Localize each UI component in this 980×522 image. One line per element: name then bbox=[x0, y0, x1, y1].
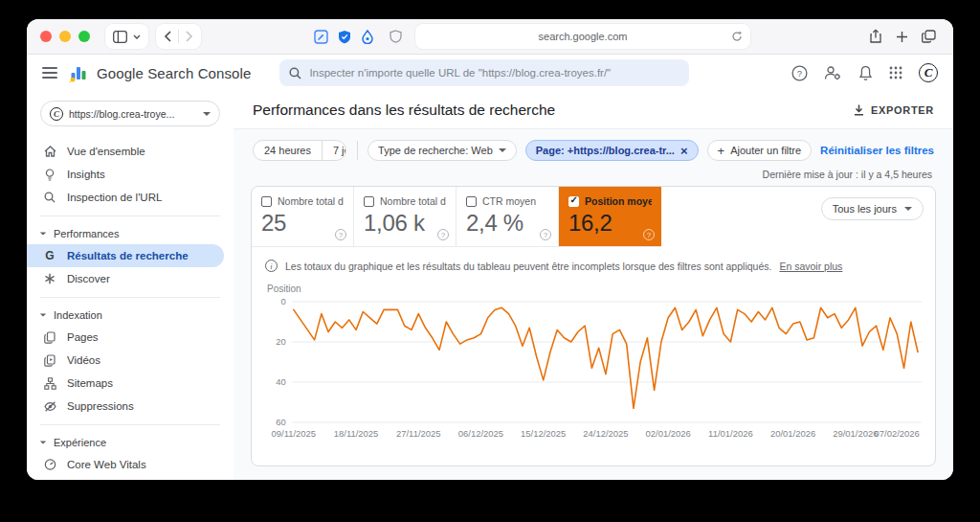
sidebar-item-url-inspection[interactable]: Inspection de l'URL bbox=[27, 186, 224, 209]
extension-1-icon[interactable] bbox=[314, 30, 328, 44]
granularity-dropdown[interactable]: Tous les jours bbox=[821, 197, 924, 220]
sidebar-item-search-results[interactable]: G Résultats de recherche bbox=[27, 244, 224, 267]
help-icon[interactable]: ? bbox=[791, 65, 808, 81]
sitemap-icon bbox=[43, 377, 56, 390]
url-inspection-search[interactable] bbox=[279, 59, 689, 86]
sidebar: C https://blog.crea-troye... Vue d'ensem… bbox=[27, 91, 234, 480]
page-filter-chip[interactable]: Page: +https://blog.crea-tr...× bbox=[525, 140, 699, 161]
metric-total-clicks[interactable]: Nombre total de … 25 ? bbox=[252, 187, 354, 246]
menu-icon[interactable] bbox=[42, 67, 57, 79]
chevron-down-icon bbox=[40, 441, 46, 443]
help-icon[interactable]: ? bbox=[540, 229, 551, 240]
close-window-button[interactable] bbox=[40, 31, 52, 42]
address-bar[interactable]: search.google.com bbox=[415, 24, 750, 49]
sidebar-item-discover[interactable]: Discover bbox=[27, 267, 224, 290]
reload-icon[interactable] bbox=[731, 31, 743, 42]
history-nav bbox=[156, 24, 201, 49]
sidebar-item-pages[interactable]: Pages bbox=[27, 326, 224, 349]
checkbox-unchecked[interactable] bbox=[364, 196, 374, 207]
sidebar-section-indexation[interactable]: Indexation bbox=[27, 305, 234, 326]
eye-off-icon bbox=[43, 401, 56, 412]
metric-label: CTR moyen bbox=[482, 195, 536, 207]
position-chart: Position 020406009/11/202518/11/202527/1… bbox=[252, 272, 935, 445]
help-icon[interactable]: ? bbox=[437, 229, 449, 240]
account-avatar[interactable]: C bbox=[919, 63, 938, 82]
add-filter-chip[interactable]: +Ajouter un filtre bbox=[707, 140, 813, 161]
range-7d[interactable]: 7 jours bbox=[322, 141, 346, 160]
sidebar-item-label: Vidéos bbox=[67, 354, 100, 366]
sidebar-item-label: Suppressions bbox=[67, 400, 134, 412]
chevron-down-icon bbox=[904, 207, 912, 211]
sidebar-item-removals[interactable]: Suppressions bbox=[27, 395, 224, 418]
learn-more-link[interactable]: En savoir plus bbox=[779, 261, 842, 272]
extension-2-icon[interactable] bbox=[338, 30, 351, 44]
notifications-bell-icon[interactable] bbox=[858, 65, 873, 81]
address-bar-url: search.google.com bbox=[539, 31, 628, 42]
home-icon bbox=[43, 146, 56, 157]
sidebar-item-label: Inspection de l'URL bbox=[67, 192, 162, 203]
chevron-down-icon bbox=[499, 148, 506, 152]
title-bar: Performances dans les résultats de reche… bbox=[234, 91, 953, 129]
back-button[interactable] bbox=[164, 31, 172, 42]
svg-text:29/01/2026: 29/01/2026 bbox=[833, 428, 878, 439]
sidebar-section-performances[interactable]: Performances bbox=[27, 223, 234, 244]
privacy-shield-icon[interactable] bbox=[390, 30, 402, 43]
svg-text:?: ? bbox=[797, 68, 802, 79]
property-selector[interactable]: C https://blog.crea-troye... bbox=[40, 101, 220, 126]
sidebar-item-label: Discover bbox=[67, 273, 110, 284]
sidebar-item-insights[interactable]: Insights bbox=[27, 163, 224, 186]
minimize-window-button[interactable] bbox=[59, 31, 71, 42]
svg-text:02/01/2026: 02/01/2026 bbox=[646, 428, 691, 439]
metric-value: 25 bbox=[261, 210, 344, 237]
search-console-logo-icon bbox=[69, 64, 89, 82]
section-label: Performances bbox=[54, 228, 119, 239]
extension-3-icon[interactable] bbox=[361, 30, 374, 44]
metric-total-impressions[interactable]: Nombre total d'i… 1,06 k ? bbox=[354, 187, 457, 246]
range-24h[interactable]: 24 heures bbox=[254, 141, 322, 160]
checkbox-checked[interactable] bbox=[568, 196, 579, 207]
chevron-down-icon bbox=[133, 34, 141, 39]
export-button[interactable]: EXPORTER bbox=[854, 104, 934, 116]
sidebar-item-videos[interactable]: Vidéos bbox=[27, 349, 224, 372]
sidebar-item-https[interactable]: HTTPS bbox=[27, 476, 224, 480]
tab-overview-icon[interactable] bbox=[922, 30, 936, 43]
svg-text:24/12/2025: 24/12/2025 bbox=[583, 428, 628, 439]
metric-value: 2,4 % bbox=[466, 210, 548, 237]
svg-text:15/12/2025: 15/12/2025 bbox=[521, 428, 566, 439]
sidebar-icon bbox=[113, 31, 127, 43]
line-chart-svg[interactable]: 020406009/11/202518/11/202527/11/202506/… bbox=[265, 296, 924, 442]
close-icon[interactable]: × bbox=[680, 144, 688, 158]
sidebar-item-label: Vue d'ensemble bbox=[67, 146, 145, 157]
zoom-window-button[interactable] bbox=[78, 31, 90, 42]
sidebar-item-sitemaps[interactable]: Sitemaps bbox=[27, 372, 224, 395]
sidebar-toggle-button[interactable] bbox=[105, 24, 148, 49]
divider bbox=[40, 424, 220, 425]
sidebar-item-core-web-vitals[interactable]: Core Web Vitals bbox=[27, 453, 224, 476]
pages-icon bbox=[43, 331, 56, 344]
forward-button[interactable] bbox=[185, 31, 193, 42]
section-label: Expérience bbox=[54, 437, 106, 448]
checkbox-unchecked[interactable] bbox=[466, 196, 477, 207]
filters-row: 24 heures 7 jours 28 jours ✓3 mois Plus … bbox=[234, 129, 953, 161]
help-icon[interactable]: ? bbox=[643, 229, 655, 240]
search-input[interactable] bbox=[309, 67, 679, 79]
reset-filters-link[interactable]: Réinitialiser les filtres bbox=[820, 145, 934, 156]
share-icon[interactable] bbox=[869, 29, 882, 44]
help-icon[interactable]: ? bbox=[335, 229, 346, 240]
app-body: C https://blog.crea-troye... Vue d'ensem… bbox=[27, 91, 953, 480]
divider bbox=[178, 30, 179, 43]
checkbox-unchecked[interactable] bbox=[261, 196, 272, 207]
metric-tiles: Nombre total de … 25 ? Nombre total d'i…… bbox=[252, 187, 661, 247]
chart-y-axis-label: Position bbox=[267, 284, 924, 294]
discover-asterisk-icon bbox=[43, 273, 56, 284]
metric-average-ctr[interactable]: CTR moyen 2,4 % ? bbox=[457, 187, 559, 246]
user-settings-icon[interactable] bbox=[824, 65, 842, 80]
sidebar-section-experience[interactable]: Expérience bbox=[27, 432, 234, 453]
search-type-filter-chip[interactable]: Type de recherche: Web bbox=[368, 140, 517, 161]
svg-text:0: 0 bbox=[281, 296, 286, 306]
sidebar-item-overview[interactable]: Vue d'ensemble bbox=[27, 140, 224, 163]
new-tab-icon[interactable] bbox=[896, 31, 908, 43]
chevron-down-icon bbox=[40, 313, 46, 316]
google-apps-grid-icon[interactable] bbox=[889, 66, 902, 79]
metric-average-position[interactable]: Position moyenne 16,2 ? bbox=[559, 187, 661, 246]
